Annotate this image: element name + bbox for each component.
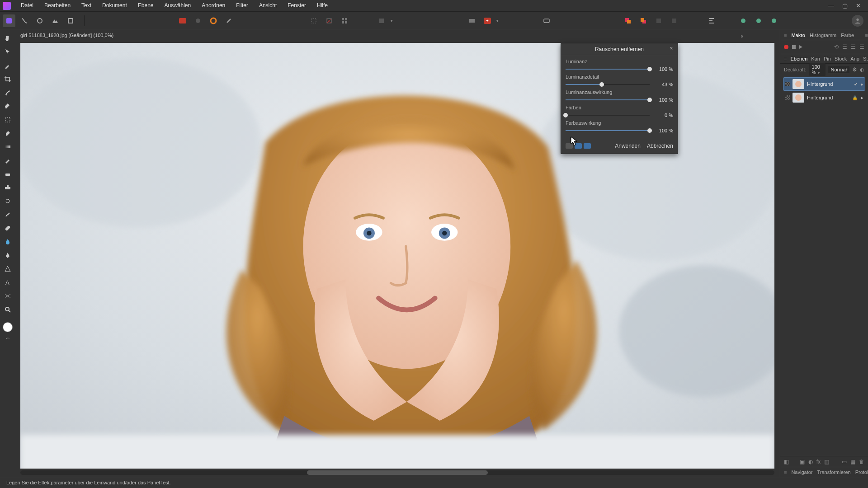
tool-flood-fill-icon[interactable] <box>2 128 13 139</box>
toolbar-swatch-b-icon[interactable] <box>192 14 204 27</box>
footer-group-icon[interactable]: ▭ <box>842 459 847 465</box>
preview-mode-a-icon[interactable] <box>566 143 573 149</box>
tab-stock[interactable]: Stock <box>835 56 847 61</box>
macro-play-icon[interactable] <box>799 45 802 49</box>
blend-mode-select[interactable]: Normal <box>828 66 849 73</box>
tool-clone-icon[interactable] <box>2 182 13 193</box>
menu-dokument[interactable]: Dokument <box>97 0 132 11</box>
footer-add-icon[interactable]: ▦ <box>850 459 855 465</box>
toolbar-arrange-a-icon[interactable] <box>622 14 634 27</box>
macro-opt-a-icon[interactable]: ⟲ <box>834 44 839 50</box>
slider-farbauswirkung[interactable] <box>566 127 650 134</box>
tool-pen-icon[interactable] <box>2 250 13 261</box>
tab-stil[interactable]: Stil <box>863 56 868 61</box>
tool-erase-icon[interactable] <box>2 169 13 179</box>
menu-text[interactable]: Text <box>76 0 97 11</box>
tool-blur-icon[interactable] <box>2 236 13 247</box>
menu-datei[interactable]: Datei <box>15 0 39 11</box>
macro-opt-b-icon[interactable]: ☰ <box>842 44 847 50</box>
toolbar-insert-c-icon[interactable] <box>768 14 780 27</box>
window-minimize-icon[interactable]: — <box>828 2 834 9</box>
tool-dodge-icon[interactable] <box>2 196 13 206</box>
tab-kanaele[interactable]: Kan <box>811 56 820 61</box>
tool-shape-icon[interactable] <box>2 263 13 274</box>
layer-row-1[interactable]: Hintergrund 🔒 ● <box>783 91 865 104</box>
tab-protokoll[interactable]: Protokoll <box>855 469 868 475</box>
menu-hilfe[interactable]: Hilfe <box>311 0 333 11</box>
footer-delete-icon[interactable]: 🗑 <box>859 459 864 465</box>
tool-flood-select-icon[interactable] <box>2 101 13 112</box>
panel-handle-icon-2[interactable]: ≡ <box>784 56 787 61</box>
panel-handle-icon[interactable]: ≡ <box>784 33 787 38</box>
persona-export-icon[interactable] <box>64 14 77 27</box>
dialog-cancel-button[interactable]: Abbrechen <box>647 143 673 149</box>
macro-opt-d-icon[interactable]: ☰ <box>859 44 864 50</box>
horizontal-scrollbar[interactable] <box>20 470 774 475</box>
persona-photo-icon[interactable] <box>3 14 15 27</box>
layer-extra-icon[interactable]: ◐ <box>860 67 864 73</box>
toolbar-snap-a-icon[interactable] <box>466 14 478 27</box>
toolbar-arrange-b-icon[interactable] <box>637 14 650 27</box>
preview-mode-c-icon[interactable] <box>584 143 591 149</box>
document-tab-close-icon[interactable]: × <box>741 33 744 40</box>
window-close-icon[interactable]: ✕ <box>856 2 861 9</box>
macro-opt-c-icon[interactable]: ☰ <box>851 44 856 50</box>
toolbar-quickmask-icon[interactable] <box>375 14 388 27</box>
toolbar-dropdown-a-icon[interactable]: ▾ <box>391 19 393 23</box>
persona-liquify-icon[interactable] <box>18 14 31 27</box>
tab-histogramm[interactable]: Histogramm <box>810 33 836 38</box>
toolbar-grid-c-icon[interactable] <box>338 14 351 27</box>
tool-crop-icon[interactable] <box>2 74 13 84</box>
foreground-color-swatch[interactable] <box>3 322 13 332</box>
footer-mask-icon[interactable]: ▣ <box>800 459 805 465</box>
toolbar-swatch-color-icon[interactable] <box>207 14 220 27</box>
tool-paintbrush-icon[interactable] <box>2 155 13 166</box>
layer-check-icon[interactable]: ✔ <box>854 82 858 87</box>
slider-value-luminanz[interactable]: 100 % <box>653 66 673 72</box>
slider-value-farbauswirkung[interactable]: 100 % <box>653 128 673 133</box>
slider-luminanzauswirkung[interactable] <box>566 97 650 103</box>
tool-gradient-icon[interactable] <box>2 141 13 152</box>
tool-healing-icon[interactable] <box>2 223 13 234</box>
tab-makro[interactable]: Makro <box>791 33 805 38</box>
toolbar-insert-a-icon[interactable] <box>737 14 750 27</box>
window-maximize-icon[interactable]: ▢ <box>842 2 848 9</box>
tab-navigator[interactable]: Navigator <box>791 469 812 475</box>
slider-value-luminanzauswirkung[interactable]: 100 % <box>653 97 673 103</box>
opacity-value[interactable]: 100 % <box>809 63 826 76</box>
persona-tone-icon[interactable] <box>49 14 61 27</box>
menu-fenster[interactable]: Fenster <box>282 0 311 11</box>
toolbar-insert-b-icon[interactable] <box>752 14 765 27</box>
footer-icon-a[interactable]: ◧ <box>784 459 789 465</box>
tool-selection-brush-icon[interactable] <box>2 87 13 98</box>
menu-ebene[interactable]: Ebene <box>132 0 159 11</box>
toolbar-assistant-icon[interactable]: ✦ <box>481 14 494 27</box>
tool-move-icon[interactable] <box>2 47 13 57</box>
layer-settings-icon[interactable]: ⚙ <box>852 66 857 73</box>
layer-name[interactable]: Hintergrund <box>807 81 851 87</box>
menu-bearbeiten[interactable]: Bearbeiten <box>39 0 76 11</box>
toolbar-arrange-c-icon[interactable] <box>652 14 665 27</box>
dialog-apply-button[interactable]: Anwenden <box>615 143 641 149</box>
layer-name[interactable]: Hintergrund <box>807 95 849 100</box>
tool-smudge-icon[interactable] <box>2 209 13 220</box>
slider-luminanzdetail[interactable] <box>566 81 650 88</box>
layer-visibility-icon[interactable] <box>785 95 790 100</box>
tool-colorpicker-icon[interactable] <box>2 60 13 71</box>
toolbar-grid-b-icon[interactable] <box>323 14 335 27</box>
preview-mode-b-icon[interactable] <box>575 143 582 149</box>
account-icon[interactable] <box>852 15 863 27</box>
layer-visibility-icon[interactable] <box>785 82 790 86</box>
toolbar-align-icon[interactable] <box>705 14 718 27</box>
tool-zoom-icon[interactable] <box>2 304 13 315</box>
menu-auswaehlen[interactable]: Auswählen <box>159 0 196 11</box>
persona-develop-icon[interactable] <box>33 14 46 27</box>
toolbar-arrange-d-icon[interactable] <box>668 14 680 27</box>
tool-hand-icon[interactable] <box>2 33 13 44</box>
footer-adjust-icon[interactable]: ◐ <box>808 459 813 465</box>
menu-ansicht[interactable]: Ansicht <box>254 0 282 11</box>
menu-anordnen[interactable]: Anordnen <box>196 0 231 11</box>
layer-dot-icon[interactable]: ● <box>860 82 863 87</box>
footer-fx-icon[interactable]: fx <box>816 459 821 465</box>
tab-pin[interactable]: Pin <box>824 56 831 61</box>
